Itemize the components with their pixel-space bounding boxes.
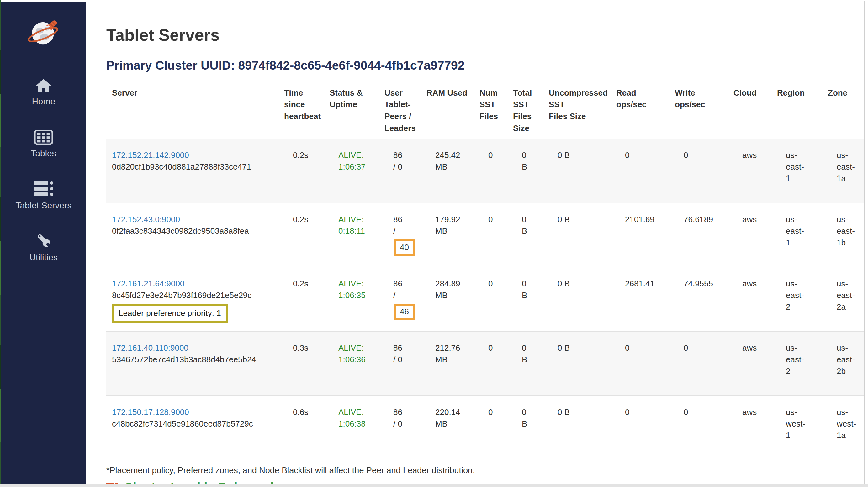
- zone-cell: us-east-2b: [828, 331, 864, 395]
- uptime-value: 1:06:37: [338, 161, 384, 173]
- read-ops-cell: 0: [616, 331, 675, 395]
- table-header: Server Time since heartbeat Status & Upt…: [106, 79, 864, 138]
- col-header-ram: RAM Used: [427, 79, 479, 138]
- peers-leaders-separator: / 0: [393, 354, 427, 365]
- sidebar-item-label: Utilities: [29, 253, 58, 263]
- zone-value: us-east-2a: [837, 278, 856, 313]
- window-right-edge: [864, 1, 865, 487]
- num-sst-cell: 0: [479, 203, 513, 267]
- sidebar-item-home[interactable]: Home: [1, 76, 86, 106]
- zone-value: us-east-2b: [837, 342, 856, 377]
- server-uuid: 0d820cf1b93c40d881a27888f33ce471: [112, 161, 284, 173]
- wrench-icon: [35, 232, 52, 249]
- table-row: 172.161.40.110:9000 53467572be7c4d13b3ac…: [106, 331, 864, 395]
- peers-leaders-cell: 86 / 0: [384, 331, 427, 395]
- total-sst-cell: 0 B: [513, 138, 549, 203]
- read-ops-cell: 2681.41: [616, 267, 675, 331]
- server-uuid: 53467572be7c4d13b3ac88d4b7ee5b24: [112, 354, 284, 365]
- page-title: Tablet Servers: [106, 26, 864, 45]
- col-header-num-sst: Num SST Files: [479, 79, 513, 138]
- cloud-cell: aws: [734, 138, 777, 203]
- peers-leaders-cell: 86 / 46: [384, 267, 427, 331]
- peers-count: 86: [393, 150, 427, 161]
- server-link[interactable]: 172.161.21.64:9000: [112, 279, 184, 288]
- uptime-value: 0:18:11: [338, 225, 384, 237]
- status-value: ALIVE:: [338, 342, 384, 354]
- read-ops-cell: 2101.69: [616, 203, 675, 267]
- zone-cell: us-east-1a: [828, 138, 864, 203]
- server-cell: 172.161.40.110:9000 53467572be7c4d13b3ac…: [106, 331, 284, 395]
- leader-preference-note: Leader preference priority: 1: [112, 304, 228, 323]
- status-value: ALIVE:: [338, 214, 384, 225]
- total-sst-cell: 0 B: [513, 331, 549, 395]
- region-cell: us-east-2: [777, 331, 828, 395]
- ram-value: 284.89 MB: [435, 278, 465, 301]
- table-row: 172.152.21.142:9000 0d820cf1b93c40d881a2…: [106, 138, 864, 203]
- planet-rocket-logo[interactable]: [27, 16, 61, 50]
- col-header-cloud: Cloud: [734, 79, 777, 138]
- uptime-value: 1:06:35: [338, 290, 384, 301]
- uncompressed-sst-cell: 0 B: [549, 267, 616, 331]
- server-link[interactable]: 172.161.40.110:9000: [112, 343, 188, 353]
- ram-cell: 284.89 MB: [427, 267, 479, 331]
- server-cell: 172.150.17.128:9000 c48bc82fc7314d5e9186…: [106, 395, 284, 460]
- cluster-uuid-heading: Primary Cluster UUID: 8974f842-8c65-4e6f…: [106, 59, 864, 73]
- uptime-value: 1:06:36: [338, 354, 384, 365]
- peers-count: 86: [393, 214, 427, 225]
- table-row: 172.161.21.64:9000 8c45fd27e3e24b7b93f16…: [106, 267, 864, 331]
- col-header-write-ops: Write ops/sec: [675, 79, 734, 138]
- total-sst-cell: 0 B: [513, 395, 549, 460]
- heartbeat-cell: 0.2s: [284, 203, 330, 267]
- region-cell: us-west-1: [777, 395, 828, 460]
- table-row: 172.150.17.128:9000 c48bc82fc7314d5e9186…: [106, 395, 864, 460]
- heartbeat-cell: 0.2s: [284, 267, 330, 331]
- zone-value: us-east-1a: [837, 150, 856, 184]
- region-cell: us-east-2: [777, 267, 828, 331]
- ram-cell: 179.92 MB: [427, 203, 479, 267]
- server-cell: 172.152.43.0:9000 0f2faa3c834343c0982dc9…: [106, 203, 284, 267]
- col-header-status: Status & Uptime: [330, 79, 384, 138]
- server-link[interactable]: 172.152.21.142:9000: [112, 151, 189, 160]
- total-sst-cell: 0 B: [513, 267, 549, 331]
- sidebar-item-label: Tablet Servers: [16, 201, 72, 210]
- tables-grid-icon: [34, 129, 53, 145]
- read-ops-cell: 0: [616, 395, 675, 460]
- peers-count: 86: [393, 407, 427, 418]
- sidebar-item-utilities[interactable]: Utilities: [1, 232, 86, 263]
- server-stack-icon: [33, 181, 54, 197]
- heartbeat-cell: 0.3s: [284, 331, 330, 395]
- cloud-cell: aws: [734, 203, 777, 267]
- region-cell: us-east-1: [777, 203, 828, 267]
- sidebar-item-label: Home: [32, 97, 56, 106]
- zone-value: us-west-1a: [837, 407, 856, 441]
- col-header-region: Region: [777, 79, 828, 138]
- peers-leaders-separator: / 0: [393, 161, 427, 173]
- col-header-read-ops: Read ops/sec: [616, 79, 675, 138]
- zone-cell: us-west-1a: [828, 395, 864, 460]
- status-cell: ALIVE: 0:18:11: [330, 203, 384, 267]
- server-cell: 172.152.21.142:9000 0d820cf1b93c40d881a2…: [106, 138, 284, 203]
- num-sst-cell: 0: [479, 138, 513, 203]
- col-header-zone: Zone: [828, 79, 864, 138]
- uncompressed-sst-cell: 0 B: [549, 203, 616, 267]
- total-sst-value: 0 B: [522, 342, 530, 365]
- write-ops-cell: 74.9555: [675, 267, 734, 331]
- heartbeat-cell: 0.6s: [284, 395, 330, 460]
- total-sst-value: 0 B: [522, 150, 530, 173]
- zone-cell: us-east-1b: [828, 203, 864, 267]
- sidebar-item-tablet-servers[interactable]: Tablet Servers: [1, 181, 86, 210]
- sidebar-item-tables[interactable]: Tables: [1, 129, 86, 159]
- region-value: us-west-1: [786, 407, 805, 441]
- uncompressed-sst-cell: 0 B: [549, 138, 616, 203]
- tablet-servers-table: Server Time since heartbeat Status & Upt…: [106, 79, 864, 460]
- ram-value: 212.76 MB: [435, 342, 465, 365]
- leader-count-box: 40: [394, 239, 415, 256]
- peers-leaders-cell: 86 / 40: [384, 203, 427, 267]
- home-icon: [35, 76, 52, 93]
- server-link[interactable]: 172.152.43.0:9000: [112, 215, 180, 224]
- ram-cell: 212.76 MB: [427, 331, 479, 395]
- sidebar: Home Tables: [1, 2, 86, 484]
- server-link[interactable]: 172.150.17.128:9000: [112, 408, 189, 417]
- placement-footnote: *Placement policy, Preferred zones, and …: [106, 466, 864, 476]
- tserver-table-body: 172.152.21.142:9000 0d820cf1b93c40d881a2…: [106, 138, 864, 460]
